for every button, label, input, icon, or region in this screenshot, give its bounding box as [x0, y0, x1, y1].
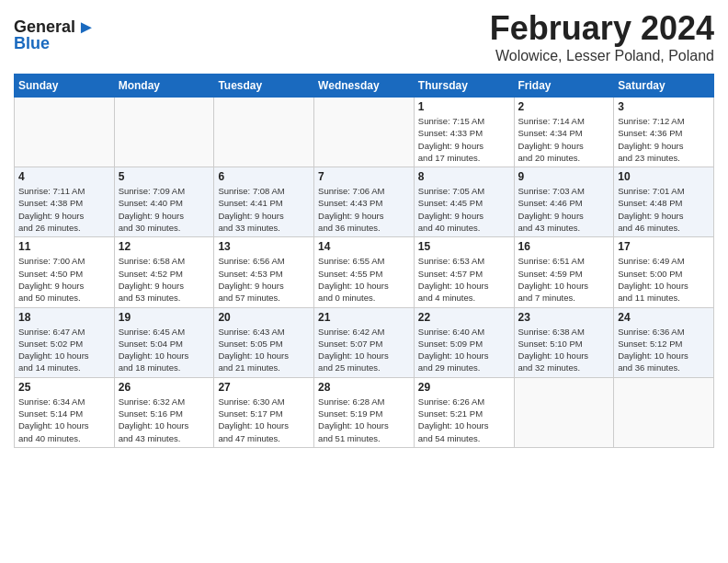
day-number: 28 — [318, 381, 410, 394]
calendar-day: 17Sunrise: 6:49 AM Sunset: 5:00 PM Dayli… — [614, 237, 714, 307]
day-info: Sunrise: 6:56 AM Sunset: 4:53 PM Dayligh… — [218, 255, 310, 304]
day-number: 23 — [518, 311, 610, 324]
calendar-day: 19Sunrise: 6:45 AM Sunset: 5:04 PM Dayli… — [114, 307, 214, 377]
calendar-week-row: 18Sunrise: 6:47 AM Sunset: 5:02 PM Dayli… — [15, 307, 714, 377]
day-info: Sunrise: 6:32 AM Sunset: 5:16 PM Dayligh… — [119, 396, 210, 444]
day-number: 12 — [119, 240, 210, 253]
day-number: 16 — [518, 240, 610, 253]
day-info: Sunrise: 7:00 AM Sunset: 4:50 PM Dayligh… — [18, 255, 110, 304]
day-number: 8 — [418, 170, 510, 183]
page-header: General ► Blue February 2024 Wolowice, L… — [14, 9, 714, 68]
calendar-week-row: 4Sunrise: 7:11 AM Sunset: 4:38 PM Daylig… — [15, 167, 714, 237]
calendar-day: 12Sunrise: 6:58 AM Sunset: 4:52 PM Dayli… — [114, 237, 214, 307]
column-header-thursday: Thursday — [414, 75, 514, 98]
calendar-day: 23Sunrise: 6:38 AM Sunset: 5:10 PM Dayli… — [514, 307, 614, 377]
calendar-day: 27Sunrise: 6:30 AM Sunset: 5:17 PM Dayli… — [214, 377, 314, 447]
day-info: Sunrise: 7:14 AM Sunset: 4:34 PM Dayligh… — [518, 115, 610, 164]
day-number: 19 — [119, 311, 210, 324]
logo: General ► Blue — [14, 9, 96, 53]
calendar-day: 5Sunrise: 7:09 AM Sunset: 4:40 PM Daylig… — [114, 167, 214, 237]
day-info: Sunrise: 6:38 AM Sunset: 5:10 PM Dayligh… — [518, 326, 610, 374]
day-number: 29 — [418, 381, 510, 394]
day-info: Sunrise: 7:08 AM Sunset: 4:41 PM Dayligh… — [218, 185, 310, 234]
day-number: 1 — [418, 100, 510, 113]
day-number: 7 — [318, 170, 410, 183]
column-header-monday: Monday — [114, 75, 214, 98]
day-number: 15 — [418, 240, 510, 253]
day-info: Sunrise: 6:55 AM Sunset: 4:55 PM Dayligh… — [318, 255, 410, 304]
day-info: Sunrise: 6:30 AM Sunset: 5:17 PM Dayligh… — [218, 396, 310, 444]
day-number: 26 — [119, 381, 210, 394]
calendar-day: 14Sunrise: 6:55 AM Sunset: 4:55 PM Dayli… — [314, 237, 415, 307]
calendar-header-row: SundayMondayTuesdayWednesdayThursdayFrid… — [15, 75, 714, 98]
day-number: 14 — [318, 240, 410, 253]
day-info: Sunrise: 7:06 AM Sunset: 4:43 PM Dayligh… — [318, 185, 410, 234]
day-info: Sunrise: 7:11 AM Sunset: 4:38 PM Dayligh… — [18, 185, 110, 234]
day-info: Sunrise: 6:53 AM Sunset: 4:57 PM Dayligh… — [418, 255, 510, 304]
day-number: 18 — [18, 311, 110, 324]
calendar-day — [114, 98, 214, 167]
calendar-day: 24Sunrise: 6:36 AM Sunset: 5:12 PM Dayli… — [614, 307, 714, 377]
column-header-wednesday: Wednesday — [314, 75, 415, 98]
calendar-week-row: 1Sunrise: 7:15 AM Sunset: 4:33 PM Daylig… — [15, 98, 714, 167]
day-number: 17 — [618, 240, 710, 253]
calendar-day: 16Sunrise: 6:51 AM Sunset: 4:59 PM Dayli… — [514, 237, 614, 307]
day-number: 11 — [18, 240, 110, 253]
calendar-day — [314, 98, 415, 167]
calendar-table: SundayMondayTuesdayWednesdayThursdayFrid… — [14, 74, 714, 448]
day-number: 9 — [518, 170, 610, 183]
day-number: 4 — [18, 170, 110, 183]
day-number: 25 — [18, 381, 110, 394]
day-info: Sunrise: 6:36 AM Sunset: 5:12 PM Dayligh… — [618, 326, 710, 374]
calendar-day: 13Sunrise: 6:56 AM Sunset: 4:53 PM Dayli… — [214, 237, 314, 307]
day-number: 10 — [618, 170, 710, 183]
calendar-day: 28Sunrise: 6:28 AM Sunset: 5:19 PM Dayli… — [314, 377, 415, 447]
day-number: 3 — [618, 100, 710, 113]
calendar-day — [614, 377, 714, 447]
day-info: Sunrise: 7:05 AM Sunset: 4:45 PM Dayligh… — [418, 185, 510, 234]
day-info: Sunrise: 6:43 AM Sunset: 5:05 PM Dayligh… — [218, 326, 310, 374]
day-number: 27 — [218, 381, 310, 394]
calendar-week-row: 11Sunrise: 7:00 AM Sunset: 4:50 PM Dayli… — [15, 237, 714, 307]
calendar-day: 1Sunrise: 7:15 AM Sunset: 4:33 PM Daylig… — [414, 98, 514, 167]
day-info: Sunrise: 6:47 AM Sunset: 5:02 PM Dayligh… — [18, 326, 110, 374]
calendar-title: February 2024 — [14, 9, 714, 48]
day-info: Sunrise: 6:26 AM Sunset: 5:21 PM Dayligh… — [418, 396, 510, 444]
calendar-day — [514, 377, 614, 447]
column-header-friday: Friday — [514, 75, 614, 98]
calendar-day: 25Sunrise: 6:34 AM Sunset: 5:14 PM Dayli… — [15, 377, 115, 447]
day-info: Sunrise: 7:12 AM Sunset: 4:36 PM Dayligh… — [618, 115, 710, 164]
day-number: 20 — [218, 311, 310, 324]
logo-blue: Blue — [14, 34, 50, 53]
column-header-tuesday: Tuesday — [214, 75, 314, 98]
day-number: 21 — [318, 311, 410, 324]
day-number: 24 — [618, 311, 710, 324]
day-info: Sunrise: 6:49 AM Sunset: 5:00 PM Dayligh… — [618, 255, 710, 304]
calendar-day — [15, 98, 115, 167]
day-info: Sunrise: 6:28 AM Sunset: 5:19 PM Dayligh… — [318, 396, 410, 444]
calendar-day: 9Sunrise: 7:03 AM Sunset: 4:46 PM Daylig… — [514, 167, 614, 237]
day-number: 5 — [119, 170, 210, 183]
calendar-week-row: 25Sunrise: 6:34 AM Sunset: 5:14 PM Dayli… — [15, 377, 714, 447]
day-info: Sunrise: 7:01 AM Sunset: 4:48 PM Dayligh… — [618, 185, 710, 234]
calendar-day: 15Sunrise: 6:53 AM Sunset: 4:57 PM Dayli… — [414, 237, 514, 307]
day-number: 13 — [218, 240, 310, 253]
calendar-day: 7Sunrise: 7:06 AM Sunset: 4:43 PM Daylig… — [314, 167, 415, 237]
day-info: Sunrise: 6:40 AM Sunset: 5:09 PM Dayligh… — [418, 326, 510, 374]
calendar-subtitle: Wolowice, Lesser Poland, Poland — [14, 48, 714, 64]
day-info: Sunrise: 6:34 AM Sunset: 5:14 PM Dayligh… — [18, 396, 110, 444]
calendar-day: 11Sunrise: 7:00 AM Sunset: 4:50 PM Dayli… — [15, 237, 115, 307]
day-info: Sunrise: 6:51 AM Sunset: 4:59 PM Dayligh… — [518, 255, 610, 304]
calendar-day: 4Sunrise: 7:11 AM Sunset: 4:38 PM Daylig… — [15, 167, 115, 237]
logo-arrow-icon: ► — [77, 17, 96, 38]
calendar-day: 18Sunrise: 6:47 AM Sunset: 5:02 PM Dayli… — [15, 307, 115, 377]
day-info: Sunrise: 7:03 AM Sunset: 4:46 PM Dayligh… — [518, 185, 610, 234]
day-info: Sunrise: 7:15 AM Sunset: 4:33 PM Dayligh… — [418, 115, 510, 164]
day-number: 22 — [418, 311, 510, 324]
calendar-day: 10Sunrise: 7:01 AM Sunset: 4:48 PM Dayli… — [614, 167, 714, 237]
day-number: 2 — [518, 100, 610, 113]
calendar-day: 2Sunrise: 7:14 AM Sunset: 4:34 PM Daylig… — [514, 98, 614, 167]
calendar-day: 3Sunrise: 7:12 AM Sunset: 4:36 PM Daylig… — [614, 98, 714, 167]
calendar-day: 20Sunrise: 6:43 AM Sunset: 5:05 PM Dayli… — [214, 307, 314, 377]
day-number: 6 — [218, 170, 310, 183]
